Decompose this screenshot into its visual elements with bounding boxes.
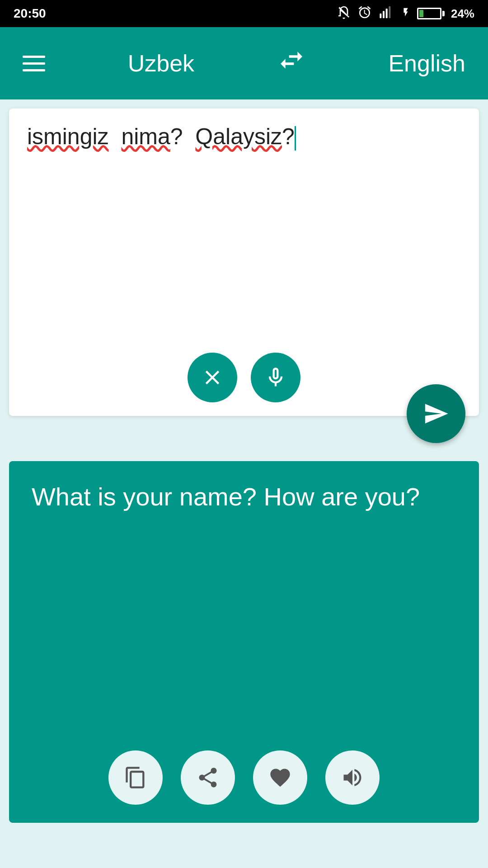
- status-icons: 24%: [337, 5, 474, 23]
- input-panel[interactable]: ismingiz nima? Qalaysiz?: [9, 108, 479, 416]
- word-qalaysiz: Qalaysiz: [195, 124, 282, 149]
- output-panel: What is your name? How are you?: [9, 461, 479, 823]
- hamburger-line: [23, 62, 45, 65]
- hamburger-line: [23, 56, 45, 58]
- svg-rect-2: [386, 9, 388, 18]
- charging-icon: [401, 5, 411, 23]
- share-button[interactable]: [181, 750, 235, 805]
- output-actions: [9, 750, 479, 805]
- battery-percent: 24%: [451, 7, 474, 21]
- status-bar: 20:50: [0, 0, 488, 27]
- translate-send-button[interactable]: [407, 384, 465, 443]
- word-nima: nima: [121, 124, 170, 149]
- svg-rect-1: [383, 11, 385, 18]
- word-ismingiz: ismingiz: [27, 124, 109, 149]
- clear-button[interactable]: [188, 353, 237, 402]
- swap-languages-icon[interactable]: [277, 46, 306, 81]
- output-text: What is your name? How are you?: [32, 479, 456, 514]
- input-text: ismingiz nima? Qalaysiz?: [27, 122, 461, 151]
- hamburger-line: [23, 69, 45, 71]
- favorite-button[interactable]: [253, 750, 307, 805]
- text-cursor: [295, 126, 296, 151]
- source-language[interactable]: Uzbek: [128, 50, 194, 77]
- notification-icon: [337, 5, 351, 23]
- signal-icon: [378, 5, 394, 23]
- alarm-icon: [357, 5, 372, 23]
- copy-button[interactable]: [108, 750, 163, 805]
- svg-rect-0: [380, 13, 381, 18]
- svg-rect-3: [389, 6, 390, 18]
- battery-icon: [417, 8, 445, 19]
- status-time: 20:50: [14, 6, 46, 21]
- speak-button[interactable]: [325, 750, 380, 805]
- menu-button[interactable]: [23, 56, 45, 71]
- target-language[interactable]: English: [388, 50, 465, 77]
- nav-bar: Uzbek English: [0, 27, 488, 99]
- microphone-button[interactable]: [251, 353, 300, 402]
- input-actions: [9, 353, 479, 402]
- main-content: ismingiz nima? Qalaysiz? W: [0, 108, 488, 868]
